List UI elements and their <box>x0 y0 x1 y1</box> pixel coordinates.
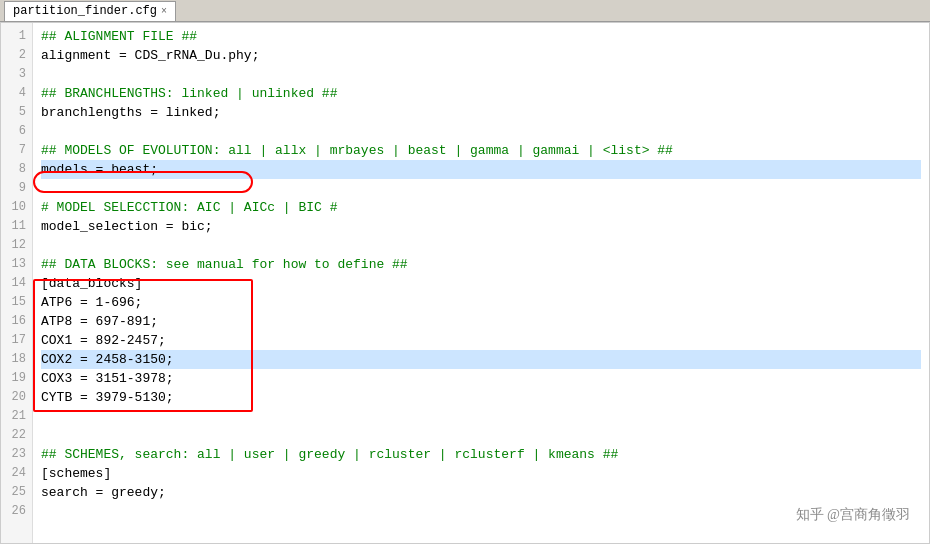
code-line: ## BRANCHLENGTHS: linked | unlinked ## <box>41 84 921 103</box>
code-line: search = greedy; <box>41 483 921 502</box>
code-line <box>41 179 921 198</box>
code-line <box>41 426 921 445</box>
code-line: alignment = CDS_rRNA_Du.phy; <box>41 46 921 65</box>
code-line: [schemes] <box>41 464 921 483</box>
code-line <box>41 236 921 255</box>
code-line <box>41 65 921 84</box>
code-line: [data_blocks] <box>41 274 921 293</box>
code-content[interactable]: ## ALIGNMENT FILE ##alignment = CDS_rRNA… <box>33 23 929 543</box>
line-numbers: 1234567891011121314151617181920212223242… <box>1 23 33 543</box>
code-line <box>41 122 921 141</box>
code-line: CYTB = 3979-5130; <box>41 388 921 407</box>
code-line: ATP8 = 697-891; <box>41 312 921 331</box>
code-line: models = beast; <box>41 160 921 179</box>
code-line: COX3 = 3151-3978; <box>41 369 921 388</box>
code-line: branchlengths = linked; <box>41 103 921 122</box>
code-line: COX1 = 892-2457; <box>41 331 921 350</box>
tab-close-button[interactable]: × <box>161 6 167 17</box>
code-line <box>41 502 921 521</box>
code-line: ## ALIGNMENT FILE ## <box>41 27 921 46</box>
code-line: ## MODELS OF EVOLUTION: all | allx | mrb… <box>41 141 921 160</box>
editor-area: 1234567891011121314151617181920212223242… <box>0 22 930 544</box>
code-line <box>41 407 921 426</box>
file-tab[interactable]: partition_finder.cfg × <box>4 1 176 21</box>
title-bar: partition_finder.cfg × <box>0 0 930 22</box>
code-line: ## SCHEMES, search: all | user | greedy … <box>41 445 921 464</box>
code-line: ATP6 = 1-696; <box>41 293 921 312</box>
code-line: # MODEL SELECCTION: AIC | AICc | BIC # <box>41 198 921 217</box>
watermark: 知乎 @宫商角徵羽 <box>796 506 910 524</box>
code-line: ## DATA BLOCKS: see manual for how to de… <box>41 255 921 274</box>
code-line: model_selection = bic; <box>41 217 921 236</box>
code-line: COX2 = 2458-3150; <box>41 350 921 369</box>
tab-label: partition_finder.cfg <box>13 4 157 18</box>
